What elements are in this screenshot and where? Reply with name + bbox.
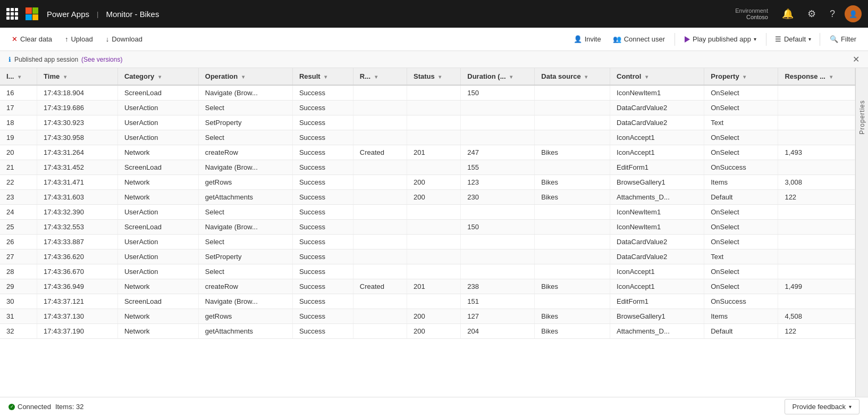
col-header-operation[interactable]: Operation ▾ [198,68,292,85]
col-header-status[interactable]: Status ▾ [407,68,461,85]
cell-category: ScreenLoad [117,160,198,175]
col-header-duration[interactable]: Duration (... ▾ [461,68,535,85]
table-row[interactable]: 1817:43:30.923UserActionSetPropertySucce… [0,115,855,130]
cell-id: 17 [0,101,37,115]
filter-button[interactable]: 🔍 Filter [824,32,862,46]
table-row[interactable]: 2617:43:33.887UserActionSelectSuccessDat… [0,235,855,249]
cell-result: Success [292,264,353,279]
cell-r: Created [353,145,407,160]
table-container[interactable]: I... ▾ Time ▾ Category ▾ Operation ▾ [0,68,855,397]
col-result-label: Result [299,72,321,80]
col-header-control[interactable]: Control ▾ [610,68,704,85]
sort-operation-icon: ▾ [242,74,245,80]
default-dropdown-button[interactable]: ☰ Default ▾ [771,32,815,46]
cell-operation: Select [198,264,292,279]
cell-operation: createRow [198,145,292,160]
invite-button[interactable]: 👤 Invite [568,32,606,46]
cell-response [778,115,855,130]
info-close-button[interactable]: ✕ [853,54,859,64]
avatar[interactable]: 👤 [845,5,862,22]
see-versions-link[interactable]: (See versions) [81,56,122,63]
cell-operation: SetProperty [198,115,292,130]
col-category-label: Category [124,72,154,80]
cell-property: Items [704,175,778,190]
cell-r: Created [353,279,407,294]
table-row[interactable]: 2217:43:31.471NetworkgetRowsSuccess20012… [0,175,855,190]
table-row[interactable]: 2117:43:31.452ScreenLoadNavigate (Brow..… [0,160,855,175]
cell-result: Success [292,205,353,220]
properties-panel[interactable]: Properties [855,68,868,397]
cell-duration [461,264,535,279]
cell-operation: getAttachments [198,324,292,339]
environment-selector[interactable]: Environment Contoso [735,7,768,20]
col-header-category[interactable]: Category ▾ [117,68,198,85]
cell-id: 30 [0,294,37,309]
cell-property: OnSelect [704,205,778,220]
settings-gear-button[interactable]: ⚙ [803,6,820,22]
cell-duration: 155 [461,160,535,175]
cell-response [778,249,855,264]
cell-control: EditForm1 [610,160,704,175]
col-header-id[interactable]: I... ▾ [0,68,37,85]
table-row[interactable]: 1717:43:19.686UserActionSelectSuccessDat… [0,101,855,115]
toolbar-divider [675,33,675,46]
cell-duration: 150 [461,220,535,235]
notification-bell-button[interactable]: 🔔 [778,6,798,22]
cell-status: 200 [407,324,461,339]
table-row[interactable]: 3217:43:37.190NetworkgetAttachmentsSucce… [0,324,855,339]
info-icon: ℹ [9,56,11,63]
table-row[interactable]: 1617:43:18.904ScreenLoadNavigate (Brow..… [0,85,855,101]
table-row[interactable]: 2817:43:36.670UserActionSelectSuccessIco… [0,264,855,279]
col-header-result[interactable]: Result ▾ [292,68,353,85]
cell-duration [461,130,535,145]
table-row[interactable]: 1917:43:30.958UserActionSelectSuccessIco… [0,130,855,145]
col-header-property[interactable]: Property ▾ [704,68,778,85]
col-control-label: Control [617,72,641,80]
table-row[interactable]: 2917:43:36.949NetworkcreateRowSuccessCre… [0,279,855,294]
cell-datasource: Bikes [535,309,610,324]
default-label: Default [784,35,806,43]
cell-category: UserAction [117,235,198,249]
provide-feedback-button[interactable]: Provide feedback ▾ [785,399,859,414]
cell-status [407,249,461,264]
cell-datasource [535,130,610,145]
upload-button[interactable]: ↑ Upload [60,32,98,46]
cell-result: Success [292,279,353,294]
cell-duration: 123 [461,175,535,190]
table-row[interactable]: 2017:43:31.264NetworkcreateRowSuccessCre… [0,145,855,160]
table-row[interactable]: 2417:43:32.390UserActionSelectSuccessIco… [0,205,855,220]
top-nav: Power Apps | Monitor - Bikes Environment… [0,0,868,28]
waffle-icon[interactable] [6,8,18,20]
sort-result-icon: ▾ [324,74,327,80]
connect-user-button[interactable]: 👥 Connect user [608,32,670,46]
help-button[interactable]: ? [825,6,839,22]
sort-property-icon: ▾ [743,74,746,80]
cell-category: UserAction [117,115,198,130]
clear-data-button[interactable]: ✕ Clear data [6,32,57,46]
col-header-datasource[interactable]: Data source ▾ [535,68,610,85]
cell-time: 17:43:30.958 [37,130,118,145]
table-row[interactable]: 2517:43:32.553ScreenLoadNavigate (Brow..… [0,220,855,235]
download-button[interactable]: ↓ Download [100,32,148,46]
table-row[interactable]: 3117:43:37.130NetworkgetRowsSuccess20012… [0,309,855,324]
table-row[interactable]: 2317:43:31.603NetworkgetAttachmentsSucce… [0,190,855,205]
cell-control: DataCardValue2 [610,115,704,130]
sort-response-icon: ▾ [830,74,832,80]
cell-result: Success [292,309,353,324]
cell-datasource: Bikes [535,190,610,205]
cell-duration [461,235,535,249]
cell-id: 29 [0,279,37,294]
col-status-label: Status [414,72,435,80]
play-published-app-button[interactable]: Play published app ▾ [679,32,762,46]
table-row[interactable]: 2717:43:36.620UserActionSetPropertySucce… [0,249,855,264]
table-row[interactable]: 3017:43:37.121ScreenLoadNavigate (Brow..… [0,294,855,309]
cell-property: Default [704,324,778,339]
cell-r [353,294,407,309]
cell-operation: Select [198,235,292,249]
col-header-response[interactable]: Response ... ▾ [778,68,855,85]
cell-id: 24 [0,205,37,220]
col-header-time[interactable]: Time ▾ [37,68,118,85]
col-header-r[interactable]: R... ▾ [353,68,407,85]
cell-status: 200 [407,190,461,205]
cell-operation: SetProperty [198,249,292,264]
